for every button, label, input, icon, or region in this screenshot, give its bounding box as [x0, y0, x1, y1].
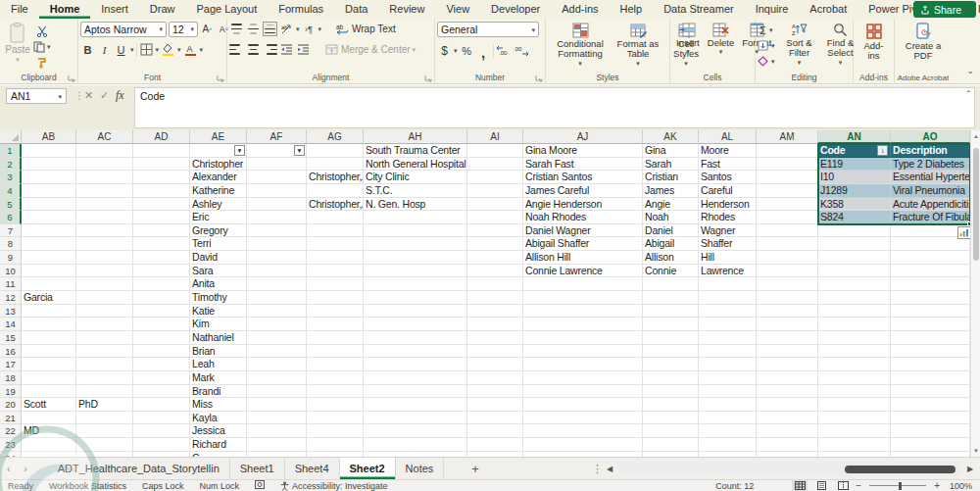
cell-AI12[interactable]	[467, 291, 523, 305]
cell-AF7[interactable]	[247, 224, 307, 238]
sheet-tab-sheet4[interactable]: Sheet4	[285, 458, 340, 479]
cell-AG18[interactable]	[307, 371, 364, 385]
cell-AM18[interactable]	[757, 371, 818, 385]
cell-AE12[interactable]: Timothy	[190, 291, 247, 305]
cell-AF11[interactable]	[247, 277, 307, 291]
wrap-text-button[interactable]: ab	[335, 22, 350, 36]
cell-AD10[interactable]	[133, 265, 190, 278]
cell-AN3[interactable]: I10	[818, 171, 891, 184]
cell-AM19[interactable]	[757, 385, 818, 399]
cell-AH7[interactable]	[364, 224, 467, 238]
ribbon-tab-acrobat[interactable]: Acrobat	[799, 0, 858, 19]
cell-AM2[interactable]	[757, 158, 818, 172]
vertical-scrollbar[interactable]: ▲ ▼	[970, 130, 980, 457]
underline-button[interactable]: U	[114, 42, 128, 57]
cell-AL10[interactable]: Lawrence	[699, 265, 757, 278]
cell-AG8[interactable]	[307, 237, 364, 251]
cell-AG21[interactable]	[307, 412, 364, 425]
cell-AJ2[interactable]: Sarah Fast	[523, 158, 643, 172]
cell-AH10[interactable]	[364, 265, 467, 278]
cell-AJ17[interactable]	[523, 358, 643, 371]
confirm-entry-icon[interactable]: ✓	[100, 89, 109, 102]
cell-AO20[interactable]	[891, 398, 970, 412]
cell-AE11[interactable]: Anita	[190, 277, 247, 291]
cell-AL11[interactable]	[699, 277, 757, 291]
sheet-tab-notes[interactable]: Notes	[396, 458, 445, 479]
ribbon-collapse-icon[interactable]: ⌄	[966, 66, 974, 75]
cell-AI22[interactable]	[467, 424, 523, 438]
row-header-4[interactable]: 4	[0, 184, 22, 198]
vertical-scrollbar-thumb[interactable]	[973, 148, 979, 261]
cell-AH21[interactable]	[364, 412, 467, 425]
row-header-6[interactable]: 6	[0, 211, 22, 224]
cell-AN1[interactable]: Code↓	[818, 144, 891, 158]
ribbon-tab-inquire[interactable]: Inquire	[745, 0, 800, 19]
borders-button[interactable]	[139, 42, 154, 57]
cell-AK22[interactable]	[643, 424, 699, 438]
hscroll-right-icon[interactable]: ▶	[967, 465, 973, 473]
cell-AI20[interactable]	[467, 398, 523, 412]
cell-AE20[interactable]: Miss	[190, 398, 247, 412]
zoom-slider-handle[interactable]	[899, 482, 902, 490]
cell-AE2[interactable]: Christopher	[190, 158, 247, 172]
cell-AO1[interactable]: Description	[891, 144, 970, 158]
cell-AB10[interactable]	[22, 265, 76, 278]
cell-AC10[interactable]	[76, 265, 133, 278]
row-header-1[interactable]: 1	[0, 144, 22, 158]
cell-AH18[interactable]	[364, 371, 467, 385]
cell-AE15[interactable]: Nathaniel	[190, 331, 247, 345]
cell-AF10[interactable]	[247, 265, 307, 278]
comma-style-button[interactable]: ,	[476, 43, 491, 58]
cell-AC11[interactable]	[76, 277, 133, 291]
cell-AO19[interactable]	[891, 385, 970, 399]
cell-AK18[interactable]	[643, 371, 699, 385]
cell-AM11[interactable]	[757, 277, 818, 291]
cell-AI15[interactable]	[467, 331, 523, 345]
cell-AC9[interactable]	[76, 251, 133, 265]
cell-AL8[interactable]: Shaffer	[699, 237, 757, 251]
column-header-AF[interactable]: AF	[247, 130, 307, 144]
new-sheet-button[interactable]: +	[464, 462, 487, 476]
alignment-dialog-launcher[interactable]	[424, 74, 432, 82]
delete-cells-button[interactable]: Delete ▾	[704, 21, 738, 57]
cell-AE5[interactable]: Ashley	[190, 198, 247, 212]
cell-AN19[interactable]	[818, 385, 891, 399]
cell-AG6[interactable]	[307, 211, 364, 224]
cell-AB15[interactable]	[22, 331, 76, 345]
cell-AC5[interactable]	[76, 198, 133, 212]
sheet-tab-sheet1[interactable]: Sheet1	[230, 458, 285, 479]
cell-AB23[interactable]	[22, 438, 76, 452]
row-header-23[interactable]: 23	[0, 438, 22, 452]
cell-AE10[interactable]: Sara	[190, 265, 247, 278]
cell-AB8[interactable]	[22, 237, 76, 251]
cell-AN12[interactable]	[818, 291, 891, 305]
cell-AL13[interactable]	[699, 305, 757, 319]
column-header-AE[interactable]: AE	[190, 130, 247, 144]
cell-AO16[interactable]	[891, 345, 970, 359]
cell-AI9[interactable]	[467, 251, 523, 265]
cell-AI16[interactable]	[467, 345, 523, 359]
normal-view-button[interactable]	[792, 480, 808, 491]
cell-AI3[interactable]	[467, 171, 523, 184]
cell-AI18[interactable]	[467, 371, 523, 385]
cell-AD21[interactable]	[133, 412, 190, 425]
increase-decimal-button[interactable]: .00	[496, 43, 512, 58]
cell-AG12[interactable]	[307, 291, 364, 305]
cell-AN4[interactable]: J1289	[818, 184, 891, 198]
cell-AM5[interactable]	[757, 198, 818, 212]
cell-AB3[interactable]	[22, 171, 76, 184]
cell-AH11[interactable]	[364, 277, 467, 291]
cell-AN2[interactable]: E119	[818, 158, 891, 172]
cell-AN21[interactable]	[818, 412, 891, 425]
addins-button[interactable]: Add-ins	[856, 21, 892, 64]
cell-AK17[interactable]	[643, 358, 699, 371]
cell-AJ4[interactable]: James Careful	[523, 184, 643, 198]
cell-AO12[interactable]	[891, 291, 970, 305]
cell-AG3[interactable]: Christopher,A	[307, 171, 364, 184]
cell-AB21[interactable]	[22, 412, 76, 425]
cell-AB11[interactable]	[22, 277, 76, 291]
row-header-19[interactable]: 19	[0, 385, 22, 399]
cell-AC7[interactable]	[76, 224, 133, 238]
cell-AM14[interactable]	[757, 318, 818, 331]
cell-AG15[interactable]	[307, 331, 364, 345]
